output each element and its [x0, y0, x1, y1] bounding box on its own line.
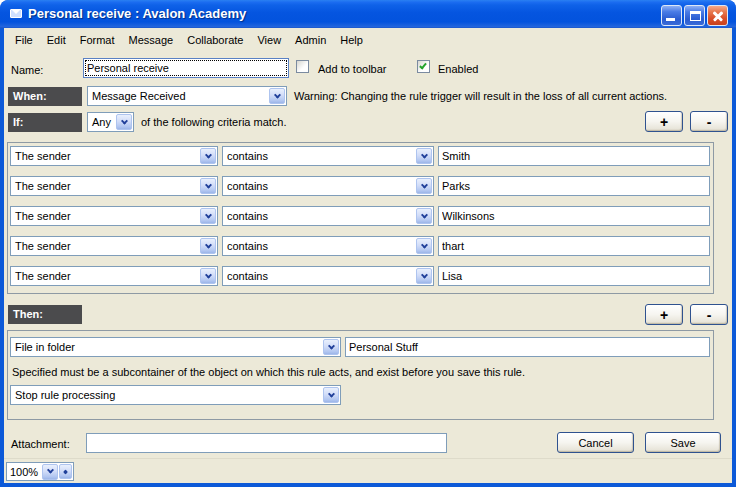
chevron-down-icon: [200, 208, 216, 224]
rule-name-input[interactable]: [83, 58, 289, 78]
app-icon: [8, 6, 24, 22]
action-value: File in folder: [11, 341, 322, 353]
trigger-warning-text: Warning: Changing the rule trigger will …: [294, 90, 667, 102]
criterion-operator-select[interactable]: contains: [222, 236, 434, 256]
criterion-value-input[interactable]: [438, 266, 710, 286]
when-section-label: When:: [8, 87, 82, 106]
menu-view[interactable]: View: [250, 31, 288, 49]
trigger-select[interactable]: Message Received: [87, 86, 287, 106]
chevron-down-icon: [323, 387, 339, 403]
criterion-field-select[interactable]: The sender: [10, 206, 218, 226]
criterion-value-input[interactable]: [438, 236, 710, 256]
maximize-button[interactable]: [684, 5, 705, 26]
chevron-down-icon: [47, 467, 54, 474]
criterion-field-value: The sender: [11, 180, 199, 192]
add-action-button[interactable]: +: [645, 304, 683, 325]
action-select[interactable]: File in folder: [10, 337, 341, 357]
save-button[interactable]: Save: [645, 432, 721, 453]
menu-file[interactable]: File: [8, 31, 40, 49]
zoom-level-value: 100%: [7, 466, 41, 478]
criterion-field-select[interactable]: The sender: [10, 266, 218, 286]
menubar: File Edit Format Message Collaborate Vie…: [4, 29, 732, 50]
cancel-button[interactable]: Cancel: [557, 432, 634, 453]
criterion-value-input[interactable]: [438, 176, 710, 196]
criterion-operator-select[interactable]: contains: [222, 206, 434, 226]
then-section-label: Then:: [8, 305, 82, 324]
criterion-operator-select[interactable]: contains: [222, 176, 434, 196]
menu-edit[interactable]: Edit: [40, 31, 73, 49]
match-mode-value: Any: [88, 116, 115, 128]
criterion-operator-value: contains: [223, 150, 415, 162]
attachment-input[interactable]: [86, 433, 447, 453]
rule-editor-window: Personal receive : Avalon Academy File E…: [0, 0, 736, 487]
chevron-down-icon: [200, 238, 216, 254]
minimize-button[interactable]: [661, 5, 682, 26]
criterion-field-value: The sender: [11, 240, 199, 252]
criterion-value-input[interactable]: [438, 206, 710, 226]
followup-action-select[interactable]: Stop rule processing: [10, 385, 341, 405]
remove-action-button[interactable]: -: [690, 304, 728, 325]
match-mode-suffix: of the following criteria match.: [141, 116, 287, 128]
chevron-down-icon: [269, 88, 285, 104]
titlebar[interactable]: Personal receive : Avalon Academy: [0, 0, 736, 28]
chevron-down-icon: [200, 148, 216, 164]
criterion-operator-value: contains: [223, 240, 415, 252]
action-note-text: Specified must be a subcontainer of the …: [12, 366, 525, 378]
name-label: Name:: [11, 64, 43, 76]
match-mode-select[interactable]: Any: [87, 112, 134, 132]
minimize-icon: [666, 18, 675, 21]
close-button[interactable]: [707, 5, 728, 26]
criterion-field-value: The sender: [11, 270, 199, 282]
zoom-dropdown-button[interactable]: [42, 464, 58, 480]
criterion-field-select[interactable]: The sender: [10, 176, 218, 196]
criterion-operator-value: contains: [223, 180, 415, 192]
zoom-stepper[interactable]: [59, 464, 72, 479]
criterion-field-select[interactable]: The sender: [10, 146, 218, 166]
chevron-down-icon: [416, 238, 432, 254]
chevron-down-icon: [64, 469, 68, 473]
criterion-operator-select[interactable]: contains: [222, 146, 434, 166]
add-criterion-button[interactable]: +: [645, 111, 683, 132]
criterion-field-value: The sender: [11, 150, 199, 162]
menu-message[interactable]: Message: [122, 31, 181, 49]
attachment-label: Attachment:: [11, 438, 70, 450]
maximize-icon: [690, 11, 701, 21]
chevron-down-icon: [416, 268, 432, 284]
menu-admin[interactable]: Admin: [288, 31, 333, 49]
zoom-control[interactable]: 100%: [6, 462, 74, 481]
chevron-down-icon: [200, 178, 216, 194]
enabled-checkbox[interactable]: [417, 60, 430, 73]
folder-input[interactable]: [345, 337, 710, 357]
criterion-operator-select[interactable]: contains: [222, 266, 434, 286]
add-to-toolbar-checkbox[interactable]: [296, 60, 309, 73]
chevron-down-icon: [116, 114, 132, 130]
enabled-label[interactable]: Enabled: [438, 63, 478, 75]
trigger-value: Message Received: [88, 90, 268, 102]
followup-action-value: Stop rule processing: [11, 389, 322, 401]
add-to-toolbar-label[interactable]: Add to toolbar: [318, 63, 387, 75]
chevron-down-icon: [323, 339, 339, 355]
menu-format[interactable]: Format: [73, 31, 122, 49]
criterion-operator-value: contains: [223, 210, 415, 222]
menu-collaborate[interactable]: Collaborate: [180, 31, 250, 49]
criterion-field-select[interactable]: The sender: [10, 236, 218, 256]
if-section-label: If:: [8, 113, 82, 132]
criterion-operator-value: contains: [223, 270, 415, 282]
criterion-field-value: The sender: [11, 210, 199, 222]
statusbar-divider: [4, 458, 732, 459]
mail-rule-icon: [10, 9, 22, 18]
chevron-down-icon: [416, 178, 432, 194]
checkmark-icon: [419, 62, 427, 70]
criterion-value-input[interactable]: [438, 146, 710, 166]
window-title: Personal receive : Avalon Academy: [28, 0, 246, 28]
chevron-down-icon: [200, 268, 216, 284]
menu-help[interactable]: Help: [333, 31, 370, 49]
chevron-down-icon: [416, 208, 432, 224]
remove-criterion-button[interactable]: -: [690, 111, 728, 132]
chevron-down-icon: [416, 148, 432, 164]
